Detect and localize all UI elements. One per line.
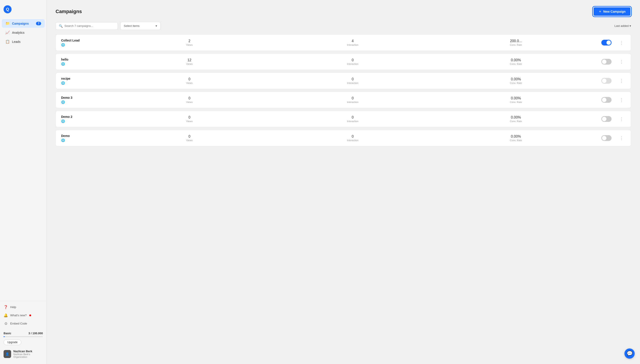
views-label: Views	[110, 139, 269, 142]
more-options-button[interactable]: ⋮	[617, 134, 625, 142]
main-content: Campaigns ＋ New Campaign 🔍 Select items …	[47, 0, 640, 364]
upgrade-button[interactable]: Upgrade	[4, 339, 21, 345]
conv-rate-value: 0.00%	[437, 77, 595, 81]
interaction-value: 0	[273, 96, 432, 100]
campaign-toggle[interactable]	[601, 78, 611, 84]
campaign-views: 2 Views	[110, 39, 269, 46]
interaction-value: 0	[273, 58, 432, 62]
new-campaign-button[interactable]: ＋ New Campaign	[593, 7, 631, 16]
search-box[interactable]: 🔍	[56, 22, 118, 30]
select-label: Select items	[124, 24, 140, 28]
campaign-conv-rate: 0.00% Conv. Rate	[437, 77, 595, 84]
more-options-button[interactable]: ⋮	[617, 39, 625, 46]
interaction-value: 0	[273, 116, 432, 120]
globe-icon: 🌐	[61, 138, 106, 142]
views-label: Views	[110, 62, 269, 65]
interaction-label: Interaction	[273, 62, 432, 65]
bell-icon: 🔔	[4, 313, 8, 318]
campaign-views: 0 Views	[110, 77, 269, 84]
campaign-card: Demo 2 🌐 0 Views 0 Interaction 0.00% Con…	[56, 111, 631, 127]
campaign-interaction: 0 Interaction	[273, 116, 432, 122]
campaign-conv-rate: 0.00% Conv. Rate	[437, 116, 595, 122]
sidebar-item-leads[interactable]: 📋 Leads	[2, 37, 45, 46]
campaign-name: Demo 3	[61, 96, 106, 100]
campaign-interaction: 0 Interaction	[273, 96, 432, 104]
campaign-card: Collect Lead 🌐 2 Views 4 Interaction 200…	[56, 34, 631, 51]
campaign-info: Demo 🌐	[61, 134, 106, 142]
campaign-toggle[interactable]	[601, 97, 611, 103]
campaign-toggle[interactable]	[601, 116, 611, 122]
search-input[interactable]	[64, 24, 114, 28]
campaign-conv-rate: 0.00% Conv. Rate	[437, 134, 595, 142]
more-options-button[interactable]: ⋮	[617, 116, 625, 122]
plan-label: Basic 3 / 100.000	[4, 332, 43, 335]
campaign-interaction: 0 Interaction	[273, 134, 432, 142]
globe-icon: 🌐	[61, 100, 106, 104]
sidebar-item-label: Campaigns	[12, 22, 29, 25]
user-org: Nazlican Berk's Organization	[13, 353, 43, 358]
whats-new-label: What's new?	[10, 314, 27, 317]
interaction-label: Interaction	[273, 44, 432, 46]
sidebar-item-campaigns[interactable]: 📁 Campaigns 7	[2, 19, 45, 28]
conv-rate-label: Conv. Rate	[437, 139, 595, 142]
campaign-views: 0 Views	[110, 134, 269, 142]
campaign-toggle[interactable]	[601, 135, 611, 141]
more-options-button[interactable]: ⋮	[617, 58, 625, 65]
sort-dropdown[interactable]: Last added ▾	[614, 24, 631, 28]
more-options-button[interactable]: ⋮	[617, 77, 625, 84]
campaigns-list: Collect Lead 🌐 2 Views 4 Interaction 200…	[56, 34, 631, 149]
leads-icon: 📋	[5, 40, 10, 44]
conv-rate-label: Conv. Rate	[437, 101, 595, 104]
sidebar-item-analytics[interactable]: 📈 Analytics	[2, 28, 45, 37]
campaign-info: recipe 🌐	[61, 77, 106, 85]
user-section: 👤 Nazlican Berk Nazlican Berk's Organiza…	[0, 347, 47, 360]
chat-bubble[interactable]: 💬	[624, 348, 635, 359]
conv-rate-label: Conv. Rate	[437, 120, 595, 122]
plan-usage: 3 / 100.000	[29, 332, 43, 335]
campaign-conv-rate: 0.00% Conv. Rate	[437, 96, 595, 104]
chevron-down-icon: ▾	[155, 24, 157, 28]
views-value: 0	[110, 77, 269, 81]
campaign-interaction: 0 Interaction	[273, 77, 432, 84]
toggle-wrap	[600, 40, 613, 46]
notification-dot	[29, 314, 31, 316]
conv-rate-label: Conv. Rate	[437, 62, 595, 65]
page-title: Campaigns	[56, 9, 82, 14]
toggle-wrap	[600, 59, 613, 64]
campaign-views: 0 Views	[110, 96, 269, 104]
sidebar-item-help[interactable]: ❓ Help	[2, 303, 45, 311]
embed-icon: ⊙	[4, 322, 8, 326]
new-campaign-label: New Campaign	[603, 10, 625, 13]
toggle-wrap	[600, 116, 613, 122]
help-label: Help	[10, 306, 16, 309]
logo-area: Q	[0, 4, 47, 19]
sort-chevron-icon: ▾	[629, 24, 631, 28]
sort-label-text: Last added	[614, 24, 629, 28]
campaign-toggle[interactable]	[601, 59, 611, 64]
toggle-wrap	[600, 97, 613, 103]
views-value: 0	[110, 134, 269, 138]
globe-icon: 🌐	[61, 81, 106, 85]
interaction-value: 0	[273, 77, 432, 81]
campaign-info: hello 🌐	[61, 58, 106, 66]
more-options-button[interactable]: ⋮	[617, 96, 625, 104]
help-icon: ❓	[4, 305, 8, 309]
campaign-card: Demo 🌐 0 Views 0 Interaction 0.00% Conv.…	[56, 130, 631, 146]
campaign-name: Demo	[61, 134, 106, 138]
plan-name: Basic	[4, 332, 11, 335]
conv-rate-value: 0.00%	[437, 116, 595, 120]
campaign-toggle[interactable]	[601, 40, 611, 46]
interaction-value: 0	[273, 134, 432, 138]
views-value: 0	[110, 96, 269, 100]
campaign-info: Demo 3 🌐	[61, 96, 106, 104]
select-items-dropdown[interactable]: Select items ▾	[120, 22, 160, 30]
sidebar: Q 📁 Campaigns 7 📈 Analytics 📋 Leads ❓ He…	[0, 0, 47, 364]
campaign-conv-rate: 0.00% Conv. Rate	[437, 58, 595, 65]
sidebar-item-embed-code[interactable]: ⊙ Embed Code	[2, 320, 45, 328]
sidebar-item-whats-new[interactable]: 🔔 What's new?	[2, 311, 45, 320]
app-logo: Q	[4, 5, 12, 13]
plan-progress-bar	[4, 336, 43, 337]
views-label: Views	[110, 82, 269, 84]
sidebar-item-label: Analytics	[12, 31, 25, 34]
views-value: 2	[110, 39, 269, 43]
